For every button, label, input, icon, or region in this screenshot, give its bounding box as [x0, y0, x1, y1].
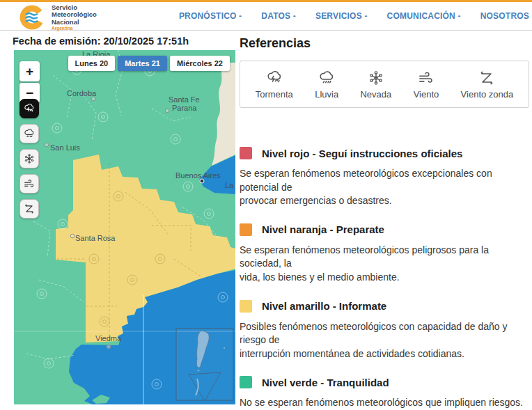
rain-icon: [318, 69, 336, 87]
nav-servicios[interactable]: SERVICIOS -: [315, 11, 368, 21]
label-santa-rosa: Santa Rosa: [75, 234, 116, 242]
logo-country: Argentina: [52, 26, 97, 31]
layer-snow-button[interactable]: [19, 149, 39, 168]
label-cordoba: Cordoba: [67, 89, 97, 97]
level-amarillo-swatch: [240, 300, 252, 313]
label-buenos-aires: Buenos Aires: [175, 171, 221, 180]
main-nav: PRONÓSTICO - DATOS - SERVICIOS - COMUNIC…: [179, 2, 531, 30]
references-panel: Referencias Tormenta Lluvia Nevada Vient…: [240, 33, 529, 410]
alert-map-canvas: La Rioja Cordoba Santa Fe Parana San Lui…: [14, 50, 235, 404]
alert-map[interactable]: La Rioja Cordoba Santa Fe Parana San Lui…: [14, 50, 235, 404]
label-santa-fe: Santa Fe: [169, 95, 200, 104]
layer-wind-button[interactable]: [19, 174, 39, 194]
legend-item-nevada: Nevada: [360, 69, 391, 100]
layer-zonda-button[interactable]: [19, 199, 39, 219]
level-verde-title: Nivel verde - Tranquilidad: [262, 377, 389, 388]
site-header: Servicio Meteorológico Nacional Argentin…: [0, 0, 532, 31]
nav-nosotros[interactable]: NOSOTROS: [480, 11, 529, 21]
legend-label: Tormenta: [256, 89, 293, 100]
label-viedma: Viedma: [95, 334, 122, 342]
level-rojo-title: Nivel rojo - Seguí instrucciones oficial…: [262, 148, 462, 159]
legend-label: Nevada: [360, 89, 391, 100]
legend-item-lluvia: Lluvia: [315, 69, 338, 100]
label-san-luis: San Luis: [50, 143, 80, 152]
legend-label: Lluvia: [315, 89, 338, 100]
level-naranja-swatch: [240, 223, 252, 236]
alert-levels: Nivel rojo - Seguí instrucciones oficial…: [240, 147, 529, 410]
level-naranja-title: Nivel naranja - Preparate: [262, 223, 384, 235]
map-inset-argentina: [176, 329, 233, 401]
level-naranja: Nivel naranja - Preparate Se esperan fen…: [240, 223, 529, 285]
level-rojo-swatch: [240, 147, 252, 159]
storm-icon: [265, 69, 283, 87]
level-verde-swatch: [240, 376, 252, 388]
logo-line-3: Nacional: [52, 19, 97, 26]
label-la-plata-partial: La: [225, 181, 234, 189]
zoom-in-button[interactable]: +: [19, 61, 40, 81]
level-amarillo: Nivel amarillo - Informate Posibles fenó…: [240, 300, 529, 361]
rain-icon: [23, 127, 36, 140]
storm-icon: [23, 102, 36, 115]
smn-logo[interactable]: Servicio Meteorológico Nacional Argentin…: [18, 3, 97, 31]
legend-label: Viento zonda: [461, 89, 514, 100]
nav-datos[interactable]: DATOS -: [261, 11, 296, 21]
references-title: Referencias: [240, 36, 529, 51]
level-verde: Nivel verde - Tranquilidad No se esperan…: [240, 376, 529, 410]
tab-lunes-20[interactable]: Lunes 20: [68, 56, 116, 71]
references-legend-box: Tormenta Lluvia Nevada Viento Viento zon…: [240, 61, 529, 108]
wind-icon: [23, 178, 36, 190]
zonda-icon: [478, 69, 496, 87]
smn-logo-icon: [18, 3, 47, 31]
tab-miercoles-22[interactable]: Miércoles 22: [170, 56, 230, 71]
level-rojo: Nivel rojo - Seguí instrucciones oficial…: [240, 147, 529, 208]
level-amarillo-description: Posibles fenómenos meteorológicos con ca…: [240, 320, 529, 361]
tab-martes-21[interactable]: Martes 21: [118, 56, 167, 71]
nav-comunicacion[interactable]: COMUNICACIÓN -: [387, 11, 461, 21]
zoom-controls: + −: [19, 61, 40, 103]
layer-rain-button[interactable]: [19, 124, 39, 143]
layer-storm-button[interactable]: [19, 99, 39, 118]
legend-item-tormenta: Tormenta: [256, 69, 293, 100]
level-verde-description: No se esperan fenómenos meteorológicos q…: [240, 396, 529, 410]
wind-icon: [417, 69, 435, 87]
nav-pronostico[interactable]: PRONÓSTICO -: [179, 11, 242, 21]
legend-item-viento: Viento: [414, 69, 439, 100]
level-amarillo-title: Nivel amarillo - Informate: [262, 300, 386, 312]
label-parana: Parana: [172, 104, 197, 112]
snow-icon: [367, 69, 385, 87]
legend-label: Viento: [414, 89, 439, 100]
legend-item-viento-zonda: Viento zonda: [461, 69, 514, 100]
snow-icon: [23, 152, 36, 165]
level-naranja-description: Se esperan fenómenos meteorológicos peli…: [240, 244, 529, 285]
zonda-icon: [23, 203, 36, 215]
smn-logo-text: Servicio Meteorológico Nacional Argentin…: [52, 4, 97, 31]
level-rojo-description: Se esperan fenómenos meteorológicos exce…: [240, 167, 529, 208]
layer-buttons: [19, 99, 39, 219]
day-tabs: Lunes 20 Martes 21 Miércoles 22: [68, 56, 230, 71]
